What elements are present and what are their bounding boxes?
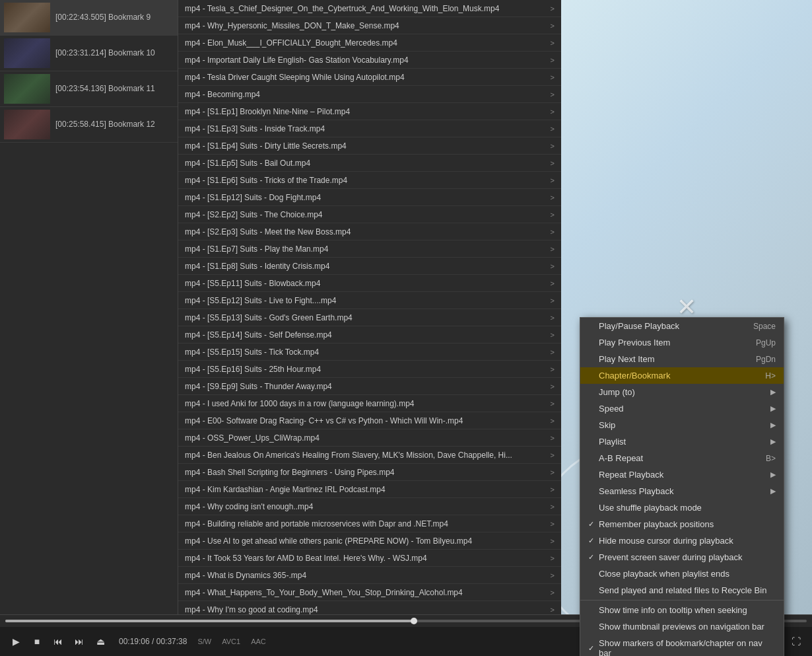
playlist-item[interactable]: mp4 - Important Daily Life English- Gas … — [178, 52, 561, 69]
playlist-item-text: mp4 - Tesla Driver Caught Sleeping While… — [185, 73, 548, 82]
speed-indicator: S/W — [197, 638, 211, 645]
menu-item-label: A-B Repeat — [599, 453, 761, 463]
prev-button[interactable]: ⏮ — [50, 634, 66, 649]
playlist-item-text: mp4 - Why I'm so good at coding.mp4 — [185, 605, 548, 614]
menu-item-speed[interactable]: Speed▶ — [580, 400, 784, 417]
playlist-item[interactable]: mp4 - [S5.Ep15] Suits - Tick Tock.mp4> — [178, 344, 561, 361]
check-icon: ✓ — [588, 553, 599, 562]
playlist-item[interactable]: mp4 - [S1.Ep7] Suits - Play the Man.mp4> — [178, 240, 561, 258]
submenu-arrow-icon: > — [551, 125, 555, 133]
bookmark-item-11[interactable]: [00:23:54.136] Bookmark 11 — [0, 71, 178, 107]
menu-item-label: Show markers of bookmark/chapter on nav … — [599, 638, 776, 656]
check-icon: ✓ — [588, 520, 599, 528]
play-button[interactable]: ▶ — [8, 634, 24, 649]
menu-item-play-next[interactable]: Play Next ItemPgDn — [580, 351, 784, 367]
submenu-arrow-icon: > — [551, 554, 555, 562]
playlist-item[interactable]: mp4 - [S5.Ep16] Suits - 25th Hour.mp4> — [178, 361, 561, 378]
playlist-item-text: mp4 - Tesla_s_Chief_Designer_On_the_Cybe… — [185, 4, 548, 13]
submenu-arrow-icon: > — [551, 297, 555, 305]
menu-item-label: Jump (to) — [599, 387, 768, 397]
playlist-item[interactable]: mp4 - [S5.Ep12] Suits - Live to Fight...… — [178, 292, 561, 309]
playlist-item[interactable]: mp4 - Kim Kardashian - Angie Martinez IR… — [178, 481, 561, 498]
playlist-item[interactable]: mp4 - [S1.Ep4] Suits - Dirty Little Secr… — [178, 137, 561, 155]
playlist-item[interactable]: mp4 - [S1.Ep1] Brooklyn Nine-Nine – Pilo… — [178, 103, 561, 120]
menu-item-chapter-bookmark[interactable]: Chapter/BookmarkH> — [580, 367, 784, 384]
open-button[interactable]: ⏏ — [92, 634, 108, 649]
submenu-arrow-icon: > — [551, 22, 555, 30]
playlist-item[interactable]: mp4 - Use AI to get ahead while others p… — [178, 532, 561, 550]
playlist-item[interactable]: mp4 - It Took 53 Years for AMD to Beat I… — [178, 550, 561, 567]
playlist-item[interactable]: mp4 - Building reliable and portable mic… — [178, 515, 561, 532]
menu-item-show-thumb-preview[interactable]: Show thumbnail previews on navigation ba… — [580, 618, 784, 635]
menu-item-skip[interactable]: Skip▶ — [580, 417, 784, 433]
menu-item-hide-cursor[interactable]: ✓Hide mouse cursor during playback — [580, 532, 784, 549]
bookmark-item-9[interactable]: [00:22:43.505] Bookmark 9 — [0, 0, 178, 36]
menu-item-playlist[interactable]: Playlist▶ — [580, 433, 784, 450]
menu-item-play-prev[interactable]: Play Previous ItemPgUp — [580, 334, 784, 351]
menu-item-shuffle-mode[interactable]: Use shuffle playback mode — [580, 499, 784, 516]
playlist-item[interactable]: mp4 - E00- Software Drag Racing- C++ vs … — [178, 412, 561, 429]
submenu-arrow-icon: > — [551, 417, 555, 425]
menu-item-prevent-screensaver[interactable]: ✓Prevent screen saver during playback — [580, 549, 784, 565]
menu-item-label: Show thumbnail previews on navigation ba… — [599, 622, 776, 632]
submenu-arrow-icon: > — [551, 348, 555, 356]
playlist-item[interactable]: mp4 - OSS_Power_Ups_CliWrap.mp4> — [178, 429, 561, 447]
playlist-item[interactable]: mp4 - [S1.Ep3] Suits - Inside Track.mp4> — [178, 120, 561, 137]
menu-item-jump-to[interactable]: Jump (to)▶ — [580, 384, 784, 400]
playlist-item[interactable]: mp4 - [S2.Ep2] Suits - The Choice.mp4> — [178, 206, 561, 223]
playlist-item[interactable]: mp4 - What is Dynamics 365-.mp4> — [178, 567, 561, 584]
playlist-item-text: mp4 - Important Daily Life English- Gas … — [185, 55, 548, 65]
playlist-item[interactable]: mp4 - Tesla_s_Chief_Designer_On_the_Cybe… — [178, 0, 561, 17]
menu-item-seamless-playback[interactable]: Seamless Playback▶ — [580, 483, 784, 499]
menu-item-label: Close playback when playlist ends — [599, 569, 776, 579]
menu-separator — [580, 600, 784, 601]
bookmark-item-12[interactable]: [00:25:58.415] Bookmark 12 — [0, 107, 178, 143]
submenu-arrow-icon: > — [551, 39, 555, 47]
fullscreen-button[interactable]: ⛶ — [788, 634, 804, 649]
menu-item-repeat-playback[interactable]: Repeat Playback▶ — [580, 466, 784, 483]
menu-item-play-pause[interactable]: Play/Pause PlaybackSpace — [580, 318, 784, 334]
progress-handle[interactable] — [411, 618, 417, 624]
playlist-item-text: mp4 - [S1.Ep3] Suits - Inside Track.mp4 — [185, 124, 548, 133]
menu-item-show-time-info[interactable]: Show time info on tooltip when seeking — [580, 602, 784, 618]
bookmark-item-10[interactable]: [00:23:31.214] Bookmark 10 — [0, 36, 178, 71]
menu-item-label: Skip — [599, 420, 768, 430]
menu-item-send-recycle[interactable]: Send played and related files to Recycle… — [580, 582, 784, 599]
playlist-item[interactable]: mp4 - Why_Hypersonic_Missiles_DON_T_Make… — [178, 17, 561, 34]
menu-item-close-playlist-ends[interactable]: Close playback when playlist ends — [580, 565, 784, 582]
submenu-arrow-icon: > — [551, 176, 555, 184]
playlist-item[interactable]: mp4 - Becoming.mp4> — [178, 86, 561, 103]
playlist-item[interactable]: mp4 - [S1.Ep12] Suits - Dog Fight.mp4> — [178, 189, 561, 206]
playlist-item-text: mp4 - Kim Kardashian - Angie Martinez IR… — [185, 485, 548, 494]
playlist-item[interactable]: mp4 - [S9.Ep9] Suits - Thunder Away.mp4> — [178, 378, 561, 395]
playlist-item[interactable]: mp4 - [S1.Ep8] Suits - Identity Crisis.m… — [178, 258, 561, 275]
menu-item-ab-repeat[interactable]: A-B RepeatB> — [580, 450, 784, 466]
menu-item-label: Send played and related files to Recycle… — [599, 585, 776, 595]
playlist-item[interactable]: mp4 - Tesla Driver Caught Sleeping While… — [178, 69, 561, 86]
stop-button[interactable]: ■ — [29, 634, 45, 649]
playlist-item[interactable]: mp4 - What_Happens_To_Your_Body_When_You… — [178, 584, 561, 601]
bookmark-panel: [00:22:43.505] Bookmark 9 [00:23:31.214]… — [0, 0, 178, 614]
menu-item-show-markers[interactable]: ✓Show markers of bookmark/chapter on nav… — [580, 635, 784, 656]
playlist-item[interactable]: mp4 - [S2.Ep3] Suits - Meet the New Boss… — [178, 223, 561, 240]
playlist-item[interactable]: mp4 - [S1.Ep5] Suits - Bail Out.mp4> — [178, 155, 561, 172]
playlist-item-text: mp4 - [S1.Ep8] Suits - Identity Crisis.m… — [185, 262, 548, 271]
playlist-item[interactable]: mp4 - I used Anki for 1000 days in a row… — [178, 395, 561, 412]
next-button[interactable]: ⏭ — [71, 634, 87, 649]
playlist-item-text: mp4 - [S1.Ep1] Brooklyn Nine-Nine – Pilo… — [185, 107, 548, 116]
playlist-item[interactable]: mp4 - Bash Shell Scripting for Beginners… — [178, 464, 561, 481]
submenu-arrow-icon: > — [551, 606, 555, 614]
submenu-arrow-icon: > — [551, 5, 555, 13]
playlist-item[interactable]: mp4 - Ben Jealous On America's Healing F… — [178, 447, 561, 464]
menu-item-label: Repeat Playback — [599, 470, 768, 480]
menu-item-label: Hide mouse cursor during playback — [599, 536, 776, 546]
playlist-item[interactable]: mp4 - [S5.Ep14] Suits - Self Defense.mp4… — [178, 326, 561, 344]
playlist-item[interactable]: mp4 - Why coding isn't enough..mp4> — [178, 498, 561, 515]
menu-item-remember-positions[interactable]: ✓Remember playback positions — [580, 516, 784, 532]
playlist-item[interactable]: mp4 - [S1.Ep6] Suits - Tricks of the Tra… — [178, 172, 561, 189]
playlist-item[interactable]: mp4 - [S5.Ep11] Suits - Blowback.mp4> — [178, 275, 561, 292]
playlist-item-text: mp4 - [S5.Ep15] Suits - Tick Tock.mp4 — [185, 347, 548, 357]
playlist-item[interactable]: mp4 - Elon_Musk___I_OFFICIALLY_Bought_Me… — [178, 34, 561, 52]
playlist-item[interactable]: mp4 - [S5.Ep13] Suits - God's Green Eart… — [178, 309, 561, 326]
playlist-item[interactable]: mp4 - Why I'm so good at coding.mp4> — [178, 601, 561, 614]
